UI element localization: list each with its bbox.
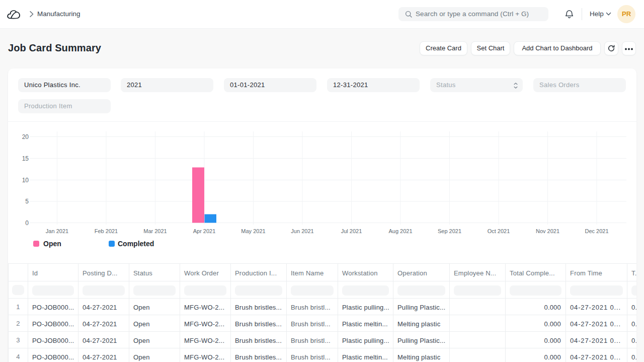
svg-text:Sep 2021: Sep 2021 <box>438 228 461 234</box>
svg-text:Jun 2021: Jun 2021 <box>291 228 313 234</box>
svg-text:Jul 2021: Jul 2021 <box>341 228 362 234</box>
svg-text:Nov 2021: Nov 2021 <box>536 228 559 234</box>
svg-text:Aug 2021: Aug 2021 <box>388 228 412 234</box>
svg-text:15: 15 <box>22 155 29 162</box>
svg-text:Mar 2021: Mar 2021 <box>143 228 167 234</box>
svg-text:20: 20 <box>22 133 29 140</box>
svg-text:Apr 2021: Apr 2021 <box>193 228 216 234</box>
svg-text:Completed: Completed <box>118 240 154 248</box>
svg-text:Dec 2021: Dec 2021 <box>585 228 608 234</box>
svg-text:0: 0 <box>25 220 29 227</box>
svg-text:10: 10 <box>22 177 29 184</box>
svg-text:Open: Open <box>43 240 61 248</box>
svg-text:May 2021: May 2021 <box>241 228 265 234</box>
svg-text:Feb 2021: Feb 2021 <box>95 228 118 234</box>
svg-text:5: 5 <box>25 198 29 205</box>
svg-text:Jan 2021: Jan 2021 <box>46 228 68 234</box>
svg-text:Oct 2021: Oct 2021 <box>488 228 510 234</box>
